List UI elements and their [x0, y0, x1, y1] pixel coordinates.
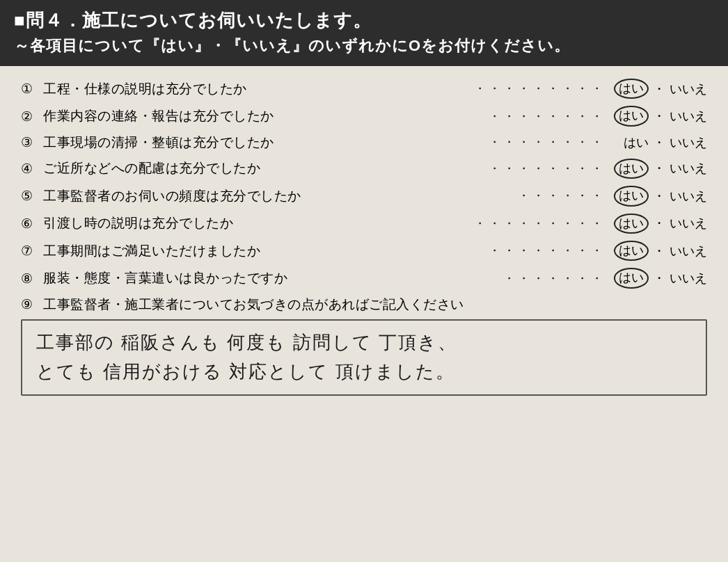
q5-dot-sep: ・ [653, 188, 665, 204]
q5-text: 工事監督者のお伺いの頻度は充分でしたか [43, 187, 514, 205]
q4-hai: はい [614, 159, 649, 179]
q1-answer: はい・いいえ [610, 79, 707, 99]
content: ①工程・仕様の説明は充分でしたか・・・・・・・・・はい・いいえ②作業内容の連絡・… [0, 73, 728, 403]
q2-text: 作業内容の連絡・報告は充分でしたか [43, 107, 484, 125]
page: ■問４．施工についてお伺いいたします。 ～各項目について『はい』・『いいえ』のい… [0, 0, 728, 562]
q6-dots: ・・・・・・・・・ [474, 216, 606, 232]
question-row-1: ①工程・仕様の説明は充分でしたか・・・・・・・・・はい・いいえ [21, 79, 707, 99]
header: ■問４．施工についてお伺いいたします。 ～各項目について『はい』・『いいえ』のい… [0, 0, 728, 66]
q1-num: ① [21, 81, 43, 97]
handwritten-box: 工事部の 稲阪さんも 何度も 訪問して 丁頂き、 とても 信用がおける 対応とし… [21, 319, 707, 396]
q5-dots: ・・・・・・ [518, 188, 606, 204]
q7-dot-sep: ・ [653, 243, 665, 259]
question-row-6: ⑥引渡し時の説明は充分でしたか・・・・・・・・・はい・いいえ [21, 214, 707, 234]
q6-hai: はい [614, 214, 649, 234]
header-line1: ■問４．施工についてお伺いいたします。 [14, 8, 714, 33]
q5-iie: いいえ [670, 188, 707, 204]
q7-hai: はい [614, 241, 649, 261]
q3-text: 工事現場の清掃・整頓は充分でしたか [43, 134, 484, 152]
q6-dot-sep: ・ [653, 215, 665, 232]
question-row-7: ⑦工事期間はご満足いただけましたか・・・・・・・・はい・いいえ [21, 241, 707, 261]
q6-text: 引渡し時の説明は充分でしたか [43, 214, 470, 232]
q8-hai: はい [614, 268, 649, 288]
q4-num: ④ [21, 161, 43, 177]
question-row-2: ②作業内容の連絡・報告は充分でしたか・・・・・・・・はい・いいえ [21, 106, 707, 126]
q8-iie: いいえ [670, 270, 707, 287]
questions-list: ①工程・仕様の説明は充分でしたか・・・・・・・・・はい・いいえ②作業内容の連絡・… [21, 79, 707, 289]
q9-num: ⑨ [21, 296, 43, 312]
q2-answer: はい・いいえ [610, 106, 707, 126]
q8-dot-sep: ・ [653, 270, 665, 287]
q7-num: ⑦ [21, 243, 43, 259]
q6-answer: はい・いいえ [610, 214, 707, 234]
question-row-3: ③工事現場の清掃・整頓は充分でしたか・・・・・・・・はい・いいえ [21, 134, 707, 152]
q1-dot-sep: ・ [653, 81, 665, 97]
q8-text: 服装・態度・言葉遣いは良かったですか [43, 269, 499, 287]
q6-num: ⑥ [21, 216, 43, 232]
handwritten-line2: とても 信用がおける 対応として 頂けました。 [36, 358, 692, 387]
q4-answer: はい・いいえ [610, 159, 707, 179]
q1-iie: いいえ [670, 81, 707, 97]
q3-iie: いいえ [670, 134, 707, 151]
handwritten-line1: 工事部の 稲阪さんも 何度も 訪問して 丁頂き、 [36, 328, 692, 358]
question-row-8: ⑧服装・態度・言葉遣いは良かったですか・・・・・・・はい・いいえ [21, 268, 707, 288]
q7-text: 工事期間はご満足いただけましたか [43, 242, 484, 260]
question-row-5: ⑤工事監督者のお伺いの頻度は充分でしたか・・・・・・はい・いいえ [21, 186, 707, 206]
q3-dot-sep: ・ [653, 134, 665, 151]
q9-text: 工事監督者・施工業者についてお気づきの点があればご記入ください [43, 296, 707, 314]
q4-dot-sep: ・ [653, 160, 665, 177]
question-row-4: ④ご近所などへの配慮は充分でしたか・・・・・・・・はい・いいえ [21, 159, 707, 179]
q7-iie: いいえ [670, 243, 707, 259]
q2-hai: はい [614, 106, 649, 126]
q8-answer: はい・いいえ [610, 268, 707, 288]
q7-answer: はい・いいえ [610, 241, 707, 261]
q4-text: ご近所などへの配慮は充分でしたか [43, 159, 484, 177]
q3-hai: はい [624, 134, 649, 151]
q4-iie: いいえ [670, 160, 707, 177]
q7-dots: ・・・・・・・・ [489, 243, 606, 259]
q2-iie: いいえ [670, 108, 707, 125]
header-line2: ～各項目について『はい』・『いいえ』のいずれかにОをお付けください。 [14, 35, 714, 56]
question-9: ⑨ 工事監督者・施工業者についてお気づきの点があればご記入ください 工事部の 稲… [21, 296, 707, 396]
q5-answer: はい・いいえ [610, 186, 707, 206]
q2-dots: ・・・・・・・・ [489, 109, 606, 125]
q3-answer: はい・いいえ [610, 134, 707, 151]
q1-hai: はい [614, 79, 649, 99]
q2-num: ② [21, 109, 43, 125]
q5-hai: はい [614, 186, 649, 206]
q1-dots: ・・・・・・・・・ [474, 81, 606, 97]
q5-num: ⑤ [21, 188, 43, 204]
q9-row: ⑨ 工事監督者・施工業者についてお気づきの点があればご記入ください [21, 296, 707, 314]
q3-dots: ・・・・・・・・ [489, 134, 606, 150]
q6-iie: いいえ [670, 215, 707, 232]
q8-num: ⑧ [21, 271, 43, 287]
q4-dots: ・・・・・・・・ [489, 161, 606, 177]
q1-text: 工程・仕様の説明は充分でしたか [43, 80, 470, 98]
q3-num: ③ [21, 134, 43, 150]
q2-dot-sep: ・ [653, 108, 665, 125]
q8-dots: ・・・・・・・ [503, 271, 606, 287]
